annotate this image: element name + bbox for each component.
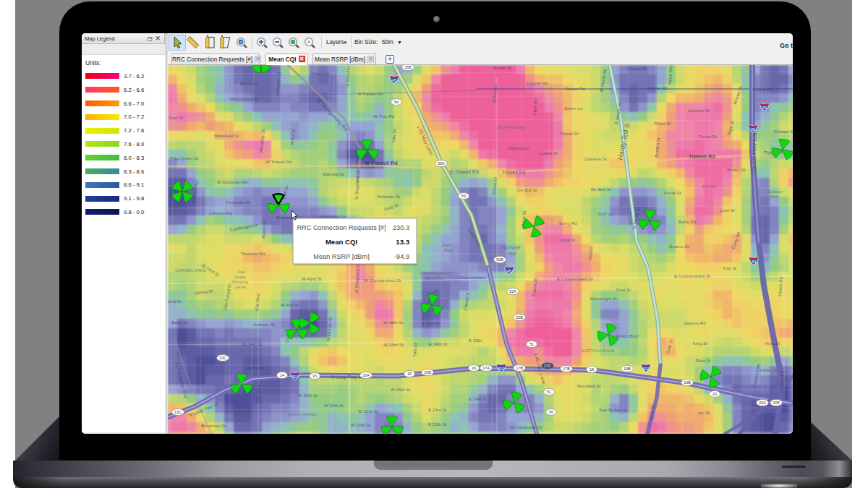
svg-text:Parker Rd: Parker Rd: [647, 85, 668, 90]
svg-text:HEIGHTS: HEIGHTS: [425, 276, 443, 281]
svg-text:De Boll St: De Boll St: [517, 187, 537, 192]
svg-text:W Donovan Rd: W Donovan Rd: [217, 179, 248, 184]
svg-text:RRC Connection Requests [#]: RRC Connection Requests [#]: [297, 224, 386, 231]
svg-text:Lehman Rd: Lehman Rd: [209, 210, 233, 215]
svg-text:Wainwright St: Wainwright St: [590, 296, 617, 301]
svg-text:Turner Dr: Turner Dr: [560, 131, 579, 136]
svg-text:Soren Ln: Soren Ln: [564, 106, 583, 111]
svg-text:W 23rd St: W 23rd St: [358, 408, 378, 414]
svg-text:Luell St: Luell St: [720, 207, 735, 213]
svg-text:59: 59: [752, 260, 756, 264]
svg-text:N Shepherd: N Shepherd: [345, 65, 351, 87]
svg-text:13C: 13C: [174, 410, 182, 414]
svg-text:NORTHLINDALE: NORTHLINDALE: [581, 348, 614, 353]
svg-text:N Loop Fwy W: N Loop Fwy W: [331, 374, 363, 380]
svg-text:Thornton Rd: Thornton Rd: [240, 251, 265, 256]
svg-text:Luther St: Luther St: [540, 150, 558, 155]
svg-text:Park: Park: [237, 418, 247, 422]
svg-text:E 23rd St: E 23rd St: [428, 407, 447, 412]
svg-text:16: 16: [472, 366, 476, 370]
svg-text:Priest Dr: Priest Dr: [654, 121, 671, 126]
svg-text:E 30th St: E 30th St: [422, 321, 440, 325]
svg-text:W 20th St: W 20th St: [351, 422, 370, 427]
svg-text:De Boll St: De Boll St: [591, 187, 611, 192]
svg-text:59: 59: [751, 127, 755, 132]
svg-text:E 24th S: E 24th S: [469, 396, 486, 401]
svg-text:Paul Quinn St: Paul Quinn St: [171, 155, 198, 160]
svg-text:FOREST: FOREST: [191, 372, 208, 376]
svg-text:610: 610: [292, 374, 299, 379]
svg-text:Brooktree Dr: Brooktree Dr: [201, 423, 226, 428]
svg-text:W Cavalcade St: W Cavalcade St: [510, 424, 542, 429]
svg-text:W 34th St: W 34th St: [242, 341, 262, 346]
svg-text:NORTHSIDE: NORTHSIDE: [498, 124, 524, 129]
svg-text:19B: 19B: [624, 367, 631, 371]
svg-text:208: 208: [773, 401, 780, 405]
svg-text:Dipping Ln: Dipping Ln: [508, 145, 529, 150]
svg-text:18: 18: [590, 367, 594, 372]
svg-text:52B: 52B: [496, 257, 503, 262]
svg-text:W Tidwell Rd: W Tidwell Rd: [365, 160, 398, 166]
svg-text:Mall: Mall: [508, 251, 516, 256]
svg-text:INDEPENDENCE: INDEPENDENCE: [420, 271, 452, 275]
svg-text:Duff Ln: Duff Ln: [598, 211, 613, 216]
svg-text:Berry Rd: Berry Rd: [678, 219, 697, 224]
svg-text:Sue St Sue St: Sue St Sue St: [599, 407, 627, 412]
svg-text:W 38th St: W 38th St: [383, 320, 403, 325]
svg-text:55A: 55A: [438, 161, 445, 166]
svg-text:Schilder Dr: Schilder Dr: [688, 108, 710, 113]
svg-text:52B: 52B: [516, 315, 523, 320]
svg-text:SHEPHERD: SHEPHERD: [188, 367, 210, 371]
svg-text:E Crosstimbers St: E Crosstimbers St: [674, 273, 710, 278]
svg-text:Soto St: Soto St: [169, 115, 184, 120]
svg-text:17B: 17B: [563, 367, 570, 371]
svg-text:Shopping: Shopping: [231, 280, 248, 284]
svg-text:Frisco Blvd: Frisco Blvd: [616, 333, 639, 338]
svg-text:Mean RSRP [dBm]: Mean RSRP [dBm]: [313, 253, 369, 260]
svg-text:Memorial: Memorial: [246, 365, 264, 370]
svg-text:E Tidwell Rd: E Tidwell Rd: [450, 168, 479, 175]
svg-text:45: 45: [392, 78, 396, 82]
svg-text:E Crosstimbers St: E Crosstimbers St: [557, 276, 593, 281]
svg-text:Deams St: Deams St: [669, 244, 689, 249]
svg-text:E 20th St: E 20th St: [428, 421, 447, 427]
svg-text:20: 20: [712, 392, 717, 396]
svg-text:Hospital: Hospital: [258, 389, 271, 393]
svg-text:EASTEX: EASTEX: [702, 184, 718, 189]
svg-text:Charles St: Charles St: [626, 66, 647, 71]
svg-text:16B: 16B: [424, 370, 431, 374]
svg-text:53: 53: [461, 194, 466, 198]
svg-text:TC Jester: TC Jester: [233, 413, 252, 417]
svg-text:Post St: Post St: [616, 287, 631, 292]
svg-text:17A: 17A: [482, 366, 490, 370]
svg-text:13C: 13C: [219, 356, 226, 360]
svg-text:Wilburforce St: Wilburforce St: [230, 96, 258, 101]
svg-text:358: 358: [405, 65, 412, 69]
svg-text:Tidwell Rd: Tidwell Rd: [502, 170, 526, 175]
svg-text:W 4lst St: W 4lst St: [281, 302, 299, 307]
svg-text:Ivy St: Ivy St: [698, 410, 710, 415]
svg-text:Bucan St: Bucan St: [493, 65, 511, 70]
svg-text:54: 54: [394, 100, 399, 104]
svg-text:610: 610: [643, 367, 650, 371]
svg-text:Kelley St: Kelley St: [760, 367, 778, 372]
svg-text:15: 15: [407, 372, 412, 376]
svg-text:GARDEN OAKS: GARDEN OAKS: [175, 268, 206, 273]
svg-text:Tidwell Rd: Tidwell Rd: [689, 153, 715, 160]
svg-text:Northline: Northline: [502, 245, 521, 250]
svg-text:W Troy Rd: W Troy Rd: [373, 114, 395, 119]
svg-text:field Dr: field Dr: [168, 299, 182, 304]
svg-text:15: 15: [312, 374, 317, 378]
svg-text:W Parker Rd: W Parker Rd: [357, 91, 383, 96]
svg-text:17B: 17B: [516, 366, 523, 370]
svg-text:17C: 17C: [544, 364, 551, 368]
svg-text:Marcela St: Marcela St: [323, 171, 344, 176]
svg-text:Center: Center: [234, 285, 246, 289]
svg-text:Dodson: Dodson: [767, 189, 783, 194]
svg-text:20A: 20A: [759, 401, 766, 405]
svg-text:W Tidwell Rd: W Tidwell Rd: [265, 159, 292, 164]
svg-text:E 34th St: E 34th St: [429, 341, 448, 346]
svg-text:16A: 16A: [362, 373, 370, 377]
svg-text:Firnat St: Firnat St: [664, 190, 681, 195]
svg-text:Hurley St: Hurley St: [727, 167, 746, 172]
